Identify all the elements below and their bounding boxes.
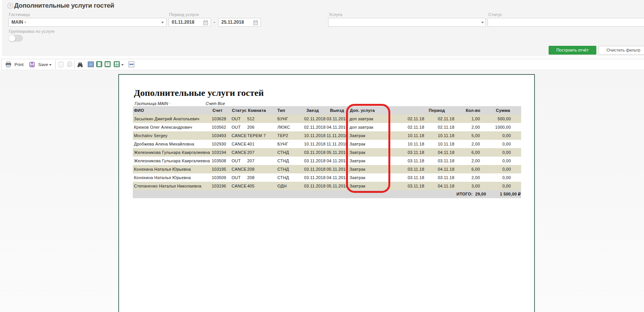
- svg-text:?: ?: [60, 63, 62, 67]
